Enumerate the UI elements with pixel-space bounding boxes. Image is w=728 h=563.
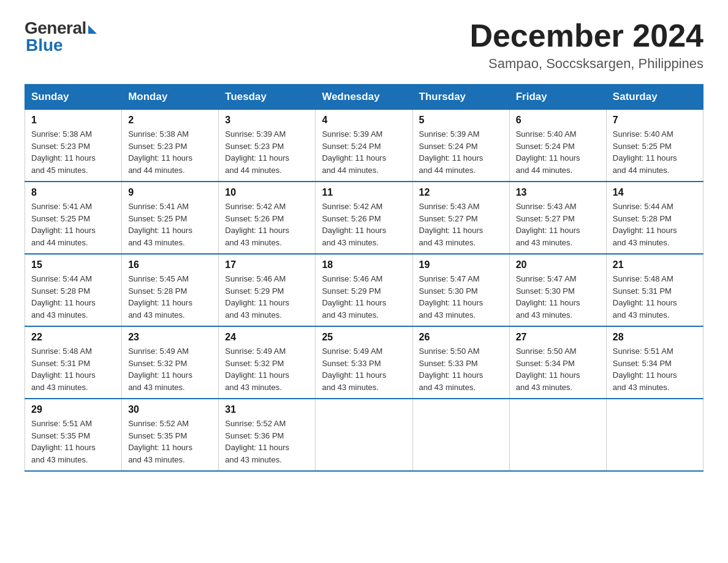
day-cell: [316, 399, 412, 471]
day-detail: Sunrise: 5:45 AMSunset: 5:28 PMDaylight:…: [128, 273, 212, 321]
day-number: 4: [322, 115, 406, 126]
day-cell: 14Sunrise: 5:44 AMSunset: 5:28 PMDayligh…: [606, 182, 703, 254]
day-detail: Sunrise: 5:38 AMSunset: 5:23 PMDaylight:…: [128, 128, 212, 176]
title-block: December 2024 Sampao, Soccsksargen, Phil…: [469, 18, 703, 72]
day-number: 13: [516, 187, 600, 198]
week-row-1: 8Sunrise: 5:41 AMSunset: 5:25 PMDaylight…: [25, 182, 703, 254]
day-cell: 29Sunrise: 5:51 AMSunset: 5:35 PMDayligh…: [25, 399, 122, 471]
day-detail: Sunrise: 5:49 AMSunset: 5:33 PMDaylight:…: [322, 345, 406, 393]
day-cell: 31Sunrise: 5:52 AMSunset: 5:36 PMDayligh…: [219, 399, 316, 471]
week-row-0: 1Sunrise: 5:38 AMSunset: 5:23 PMDaylight…: [25, 110, 703, 182]
day-cell: 30Sunrise: 5:52 AMSunset: 5:35 PMDayligh…: [122, 399, 219, 471]
header-cell-sunday: Sunday: [25, 85, 122, 110]
day-number: 3: [225, 115, 309, 126]
month-title: December 2024: [469, 18, 703, 53]
day-detail: Sunrise: 5:49 AMSunset: 5:32 PMDaylight:…: [225, 345, 309, 393]
calendar-header: SundayMondayTuesdayWednesdayThursdayFrid…: [25, 85, 703, 110]
day-detail: Sunrise: 5:46 AMSunset: 5:29 PMDaylight:…: [225, 273, 309, 321]
day-cell: 11Sunrise: 5:42 AMSunset: 5:26 PMDayligh…: [316, 182, 412, 254]
day-detail: Sunrise: 5:47 AMSunset: 5:30 PMDaylight:…: [419, 273, 503, 321]
day-number: 11: [322, 187, 406, 198]
day-cell: 24Sunrise: 5:49 AMSunset: 5:32 PMDayligh…: [219, 326, 316, 399]
header-cell-tuesday: Tuesday: [219, 85, 316, 110]
day-cell: 7Sunrise: 5:40 AMSunset: 5:25 PMDaylight…: [606, 110, 703, 182]
day-detail: Sunrise: 5:51 AMSunset: 5:34 PMDaylight:…: [613, 345, 697, 393]
day-number: 19: [419, 259, 503, 270]
page-header: General Blue December 2024 Sampao, Soccs…: [25, 18, 703, 72]
week-row-3: 22Sunrise: 5:48 AMSunset: 5:31 PMDayligh…: [25, 326, 703, 399]
day-number: 22: [31, 332, 115, 343]
day-number: 14: [613, 187, 697, 198]
day-cell: [509, 399, 606, 471]
day-detail: Sunrise: 5:42 AMSunset: 5:26 PMDaylight:…: [225, 201, 309, 248]
day-cell: 3Sunrise: 5:39 AMSunset: 5:23 PMDaylight…: [219, 110, 316, 182]
header-row: SundayMondayTuesdayWednesdayThursdayFrid…: [25, 85, 703, 110]
day-number: 9: [128, 187, 212, 198]
header-cell-saturday: Saturday: [606, 85, 703, 110]
day-number: 15: [31, 259, 115, 270]
day-number: 10: [225, 187, 309, 198]
logo-blue-text: Blue: [26, 36, 63, 55]
day-cell: [606, 399, 703, 471]
day-number: 29: [31, 404, 115, 415]
day-detail: Sunrise: 5:52 AMSunset: 5:35 PMDaylight:…: [128, 418, 212, 465]
day-detail: Sunrise: 5:42 AMSunset: 5:26 PMDaylight:…: [322, 201, 406, 248]
header-cell-wednesday: Wednesday: [316, 85, 412, 110]
day-number: 5: [419, 115, 503, 126]
day-detail: Sunrise: 5:46 AMSunset: 5:29 PMDaylight:…: [322, 273, 406, 321]
day-detail: Sunrise: 5:40 AMSunset: 5:25 PMDaylight:…: [613, 128, 697, 176]
day-detail: Sunrise: 5:47 AMSunset: 5:30 PMDaylight:…: [516, 273, 600, 321]
location-title: Sampao, Soccsksargen, Philippines: [469, 56, 703, 72]
day-cell: 1Sunrise: 5:38 AMSunset: 5:23 PMDaylight…: [25, 110, 122, 182]
day-number: 26: [419, 332, 503, 343]
day-detail: Sunrise: 5:39 AMSunset: 5:24 PMDaylight:…: [419, 128, 503, 176]
day-cell: 18Sunrise: 5:46 AMSunset: 5:29 PMDayligh…: [316, 254, 412, 326]
day-number: 30: [128, 404, 212, 415]
day-detail: Sunrise: 5:38 AMSunset: 5:23 PMDaylight:…: [31, 128, 115, 176]
day-cell: [412, 399, 509, 471]
day-cell: 20Sunrise: 5:47 AMSunset: 5:30 PMDayligh…: [509, 254, 606, 326]
day-number: 6: [516, 115, 600, 126]
day-cell: 9Sunrise: 5:41 AMSunset: 5:25 PMDaylight…: [122, 182, 219, 254]
day-detail: Sunrise: 5:52 AMSunset: 5:36 PMDaylight:…: [225, 418, 309, 465]
day-detail: Sunrise: 5:50 AMSunset: 5:33 PMDaylight:…: [419, 345, 503, 393]
day-detail: Sunrise: 5:48 AMSunset: 5:31 PMDaylight:…: [613, 273, 697, 321]
day-cell: 5Sunrise: 5:39 AMSunset: 5:24 PMDaylight…: [412, 110, 509, 182]
day-number: 7: [613, 115, 697, 126]
day-number: 25: [322, 332, 406, 343]
day-cell: 26Sunrise: 5:50 AMSunset: 5:33 PMDayligh…: [412, 326, 509, 399]
day-cell: 17Sunrise: 5:46 AMSunset: 5:29 PMDayligh…: [219, 254, 316, 326]
day-detail: Sunrise: 5:43 AMSunset: 5:27 PMDaylight:…: [419, 201, 503, 248]
week-row-2: 15Sunrise: 5:44 AMSunset: 5:28 PMDayligh…: [25, 254, 703, 326]
day-number: 23: [128, 332, 212, 343]
day-number: 18: [322, 259, 406, 270]
day-cell: 21Sunrise: 5:48 AMSunset: 5:31 PMDayligh…: [606, 254, 703, 326]
day-number: 16: [128, 259, 212, 270]
day-detail: Sunrise: 5:48 AMSunset: 5:31 PMDaylight:…: [31, 345, 115, 393]
day-number: 27: [516, 332, 600, 343]
day-detail: Sunrise: 5:39 AMSunset: 5:24 PMDaylight:…: [322, 128, 406, 176]
day-number: 8: [31, 187, 115, 198]
day-cell: 4Sunrise: 5:39 AMSunset: 5:24 PMDaylight…: [316, 110, 412, 182]
header-cell-friday: Friday: [509, 85, 606, 110]
day-detail: Sunrise: 5:44 AMSunset: 5:28 PMDaylight:…: [613, 201, 697, 248]
day-detail: Sunrise: 5:43 AMSunset: 5:27 PMDaylight:…: [516, 201, 600, 248]
day-number: 12: [419, 187, 503, 198]
day-number: 24: [225, 332, 309, 343]
day-cell: 8Sunrise: 5:41 AMSunset: 5:25 PMDaylight…: [25, 182, 122, 254]
day-detail: Sunrise: 5:41 AMSunset: 5:25 PMDaylight:…: [128, 201, 212, 248]
day-number: 21: [613, 259, 697, 270]
day-cell: 16Sunrise: 5:45 AMSunset: 5:28 PMDayligh…: [122, 254, 219, 326]
day-cell: 27Sunrise: 5:50 AMSunset: 5:34 PMDayligh…: [509, 326, 606, 399]
day-cell: 10Sunrise: 5:42 AMSunset: 5:26 PMDayligh…: [219, 182, 316, 254]
day-number: 2: [128, 115, 212, 126]
day-cell: 25Sunrise: 5:49 AMSunset: 5:33 PMDayligh…: [316, 326, 412, 399]
day-number: 20: [516, 259, 600, 270]
day-detail: Sunrise: 5:44 AMSunset: 5:28 PMDaylight:…: [31, 273, 115, 321]
logo-arrow-icon: [88, 25, 97, 34]
day-detail: Sunrise: 5:49 AMSunset: 5:32 PMDaylight:…: [128, 345, 212, 393]
day-cell: 23Sunrise: 5:49 AMSunset: 5:32 PMDayligh…: [122, 326, 219, 399]
day-number: 1: [31, 115, 115, 126]
day-number: 17: [225, 259, 309, 270]
day-detail: Sunrise: 5:50 AMSunset: 5:34 PMDaylight:…: [516, 345, 600, 393]
